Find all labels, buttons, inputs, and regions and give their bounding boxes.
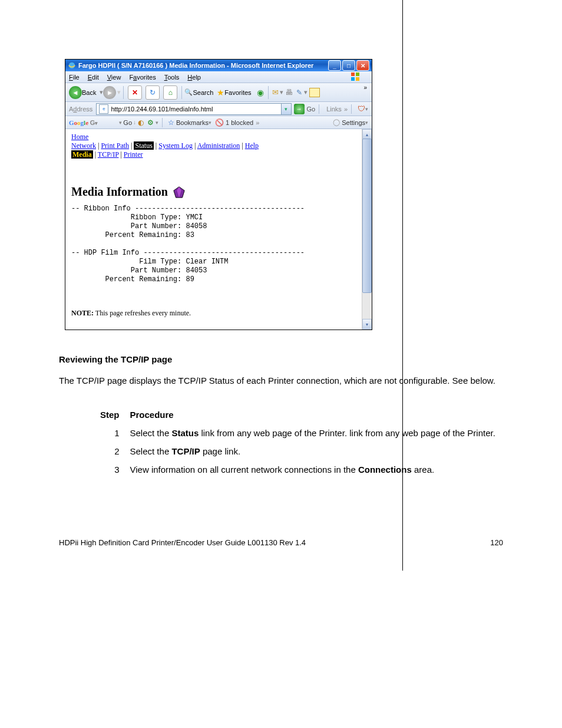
go-button[interactable]: →	[294, 104, 305, 114]
scroll-thumb[interactable]	[362, 139, 372, 293]
nav-admin[interactable]: Administration	[197, 141, 240, 150]
history-icon[interactable]: ✉	[272, 88, 279, 97]
diamond-icon	[173, 186, 186, 199]
toolbar: ◄ Back ▾ ► ▾ ✕ ↻ ⌂ 🔍 Search ★ Favorites …	[65, 83, 372, 102]
window-title: Fargo HDPII ( S/N A7160166 ) Media Infor…	[78, 62, 313, 69]
menu-view[interactable]: View	[107, 74, 121, 81]
address-dropdown[interactable]: ▾	[282, 103, 292, 115]
addressbar: Address e http://10.244.69.101/mediaInfo…	[65, 102, 372, 116]
window-minimize-button[interactable]: _	[328, 60, 341, 71]
window-titlebar: Fargo HDPII ( S/N A7160166 ) Media Infor…	[65, 60, 372, 71]
window-maximize-button[interactable]: □	[342, 60, 355, 71]
back-label[interactable]: Back	[82, 89, 96, 96]
nav-help[interactable]: Help	[245, 141, 259, 150]
ribbon-info-block: -- Ribbon Info -------------------------…	[71, 205, 356, 284]
forward-button[interactable]: ►	[103, 86, 116, 99]
nav-printpath[interactable]: Print Path	[101, 141, 129, 150]
menu-help[interactable]: Help	[187, 74, 201, 81]
page-icon: e	[99, 104, 108, 114]
footer-page-number: 120	[490, 538, 503, 547]
menu-tools[interactable]: Tools	[164, 74, 180, 81]
step-row: 3 View information on all current networ…	[95, 461, 500, 478]
bookmarks-label[interactable]: Bookmarks	[176, 119, 209, 126]
svg-rect-1	[351, 73, 355, 76]
print-icon[interactable]: 🖶	[285, 88, 293, 97]
col-proc-header: Procedure	[125, 406, 500, 423]
page-content: Home Network | Print Path | Status | Sys…	[65, 129, 362, 330]
ie-window-screenshot: Fargo HDPII ( S/N A7160166 ) Media Infor…	[65, 59, 372, 330]
home-icon[interactable]: ⌂	[163, 85, 177, 100]
blocked-label[interactable]: 1 blocked	[226, 119, 253, 126]
subnav-media[interactable]: Media	[71, 150, 93, 159]
svg-rect-3	[351, 77, 355, 81]
google-logo[interactable]: Google G▾	[69, 119, 98, 126]
menu-edit[interactable]: Edit	[88, 74, 99, 81]
svg-rect-2	[356, 73, 359, 76]
search-icon: 🔍	[184, 88, 193, 96]
edit-icon[interactable]: ✎	[296, 88, 302, 97]
page-footer: HDPii High Definition Card Printer/Encod…	[59, 538, 503, 547]
settings-label[interactable]: Settings	[342, 119, 365, 126]
stop-icon[interactable]: ✕	[128, 85, 142, 100]
note-line: NOTE: This page refreshes every minute.	[71, 309, 356, 318]
go-label[interactable]: Go	[307, 106, 316, 113]
page-heading: Media Information	[71, 185, 356, 199]
subnav-printer[interactable]: Printer	[124, 150, 143, 159]
menu-file[interactable]: File	[69, 74, 80, 81]
popup-block-icon: 🚫	[215, 118, 224, 127]
links-label[interactable]: Links	[326, 106, 342, 113]
url-text: http://10.244.69.101/mediaInfo.html	[111, 106, 213, 113]
google-pagerank-icon[interactable]: ◐	[138, 118, 144, 127]
media-icon[interactable]: ◉	[257, 88, 264, 97]
windows-flag-icon	[351, 72, 360, 83]
bookmarks-icon: ☆	[168, 118, 174, 127]
section-intro: The TCP/IP page displays the TCP/IP Stat…	[59, 375, 503, 387]
address-input[interactable]: e http://10.244.69.101/mediaInfo.html	[96, 103, 281, 115]
google-options-icon[interactable]: ⚙	[147, 118, 154, 127]
section-heading: Reviewing the TCP/IP page	[59, 354, 503, 365]
favorites-star-icon: ★	[217, 88, 224, 97]
svg-rect-4	[356, 77, 359, 81]
scroll-down-icon[interactable]: ▾	[362, 319, 372, 330]
google-toolbar: Google G▾ ▾ Go ↓ ◐ ⚙▾ ☆ Bookmarks▾ 🚫 1 b…	[65, 116, 372, 129]
settings-icon: ◯	[333, 118, 340, 126]
menubar: File Edit View Favorites Tools Help	[65, 71, 372, 83]
step-row: 2 Select the TCP/IP page link.	[95, 443, 500, 460]
col-step-header: Step	[95, 406, 124, 423]
address-label: Address	[69, 106, 92, 113]
refresh-icon[interactable]: ↻	[146, 85, 160, 100]
google-more[interactable]: »	[256, 119, 259, 126]
google-go[interactable]: Go	[123, 119, 132, 126]
nav-home[interactable]: Home	[71, 133, 88, 141]
search-label[interactable]: Search	[193, 89, 213, 96]
nav-status[interactable]: Status	[134, 141, 153, 150]
ie-logo-icon	[68, 61, 76, 70]
favorites-label[interactable]: Favorites	[224, 89, 251, 96]
column-divider	[402, 0, 403, 571]
security-icon[interactable]: 🛡	[358, 104, 365, 113]
back-button[interactable]: ◄	[69, 86, 82, 99]
window-close-button[interactable]: ✕	[356, 60, 369, 71]
step-row: 1 Select the Status link from any web pa…	[95, 424, 500, 442]
notepad-icon[interactable]	[309, 88, 320, 97]
scrollbar[interactable]: ▴ ▾	[362, 129, 372, 330]
toolbar-overflow[interactable]: »	[363, 84, 367, 91]
nav-network[interactable]: Network	[71, 141, 96, 150]
svg-point-0	[69, 62, 75, 69]
subnav-tcpip[interactable]: TCP/IP	[98, 150, 119, 159]
nav-syslog[interactable]: System Log	[158, 141, 193, 150]
footer-left: HDPii High Definition Card Printer/Encod…	[59, 538, 306, 547]
steps-table: Step Procedure 1 Select the Status link …	[94, 405, 501, 479]
links-more[interactable]: »	[344, 106, 348, 113]
menu-favorites[interactable]: Favorites	[129, 74, 156, 81]
